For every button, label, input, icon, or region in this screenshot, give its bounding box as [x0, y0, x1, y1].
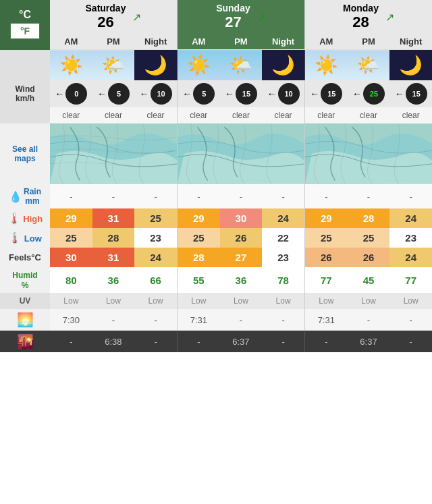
mon-am-wind: ← 15 [304, 80, 347, 107]
mon-pm-cond: clear [348, 107, 390, 123]
mon-am-uv: Low [304, 293, 347, 309]
moon-icon-sun-night: 🌙 [271, 55, 295, 76]
sat-night-uv: Low [134, 293, 177, 309]
mon-pm-label: PM [348, 34, 390, 50]
icon-label-cell [0, 50, 50, 81]
mon-am-feels: 26 [304, 248, 347, 267]
sat-am-sunset: - [50, 331, 92, 352]
sun-icon-sun-pm: 🌤️ [229, 55, 252, 76]
map-row: See allmaps [0, 123, 432, 184]
sun-night-cond: clear [262, 107, 304, 123]
mon-map [305, 123, 432, 184]
sat-pm-cond: clear [92, 107, 135, 123]
mon-am-sunrise: 7:31 [304, 309, 347, 331]
sun-pm-rain: - [220, 184, 263, 208]
sunrise-label-cell: 🌅 [0, 309, 50, 331]
uv-label-cell: UV [0, 293, 50, 309]
sun-am-icon: ☀️ [177, 50, 219, 81]
mon-night-feels: 24 [389, 248, 432, 267]
sun-am-uv: Low [177, 293, 219, 309]
mon-map-cell[interactable] [304, 123, 432, 184]
sat-pm-sunset: 6:38 [92, 331, 135, 352]
sun-am-low: 25 [177, 228, 219, 248]
mon-am-wind-val: 15 [327, 90, 335, 98]
icon-row: ☀️ 🌤️ 🌙 ☀️ 🌤️ 🌙 ☀️ 🌤️ 🌙 [0, 50, 432, 81]
monday-header: Monday 28 ↗ [304, 0, 432, 34]
sat-am-feels: 30 [50, 248, 92, 267]
sun-pm-wind: ← 15 [220, 80, 263, 107]
see-all-maps-label[interactable]: See allmaps [12, 144, 38, 163]
unit-celsius-header: °C °F [0, 0, 50, 50]
moon-icon-mon-night: 🌙 [399, 55, 423, 76]
humid-label: Humid% [12, 271, 37, 290]
sat-night-wind: ← 10 [134, 80, 177, 107]
condition-label-cell [0, 107, 50, 123]
mon-am-rain: - [304, 184, 347, 208]
mon-night-icon: 🌙 [389, 50, 432, 81]
saturday-num: 26 [86, 13, 126, 31]
mon-pm-wind: ← 25 [348, 80, 390, 107]
mon-night-label: Night [389, 34, 432, 50]
humid-row: Humid% 80 36 66 55 36 78 77 45 77 [0, 267, 432, 293]
sun-pm-uv: Low [220, 293, 263, 309]
sun-icon-sat-pm: 🌤️ [101, 55, 125, 76]
map-label-cell[interactable]: See allmaps [0, 123, 50, 184]
feels-label-cell: Feels°C [0, 248, 50, 267]
mon-night-high: 24 [389, 208, 432, 228]
sunday-expand-icon[interactable]: ↗ [257, 11, 266, 24]
sat-pm-rain: - [92, 184, 135, 208]
mon-pm-rain: - [348, 184, 390, 208]
sun-am-label: AM [177, 34, 219, 50]
fahrenheit-button[interactable]: °F [10, 23, 40, 39]
sun-icon-mon-pm: 🌤️ [356, 55, 380, 76]
sun-am-cond: clear [177, 107, 219, 123]
saturday-expand-icon[interactable]: ↗ [132, 11, 141, 24]
mon-pm-humid: 45 [348, 267, 390, 293]
sat-night-wind-val: 10 [157, 90, 165, 98]
sun-am-humid: 55 [177, 267, 219, 293]
mon-night-uv: Low [389, 293, 432, 309]
sun-night-rain: - [262, 184, 304, 208]
mon-pm-uv: Low [348, 293, 390, 309]
sun-icon-sat-am: ☀️ [59, 55, 83, 76]
mon-night-cond: clear [389, 107, 432, 123]
sun-night-label: Night [262, 34, 304, 50]
sun-am-rain: - [177, 184, 219, 208]
sat-am-low: 25 [50, 228, 92, 248]
sat-night-icon: 🌙 [134, 50, 177, 81]
sat-map-cell[interactable] [50, 123, 177, 184]
sat-pm-uv: Low [92, 293, 135, 309]
mon-night-sunset: - [389, 331, 432, 352]
sat-night-humid: 66 [134, 267, 177, 293]
sunset-label-cell: 🌇 [0, 331, 50, 352]
uv-row: UV Low Low Low Low Low Low Low Low Low [0, 293, 432, 309]
sun-map-cell[interactable] [177, 123, 304, 184]
sun-am-wind: ← 5 [177, 80, 219, 107]
sun-icon-sun-am: ☀️ [187, 55, 211, 76]
mon-am-icon: ☀️ [304, 50, 347, 81]
sat-am-wind: ← 0 [50, 80, 92, 107]
sun-night-wind: ← 10 [262, 80, 304, 107]
sun-pm-high: 30 [220, 208, 263, 228]
mon-am-cond: clear [304, 107, 347, 123]
mon-am-low: 25 [304, 228, 347, 248]
sat-night-label: Night [134, 34, 177, 50]
sat-am-cond: clear [50, 107, 92, 123]
mon-am-sunset: - [304, 331, 347, 352]
sun-am-feels: 28 [177, 248, 219, 267]
sun-night-feels: 23 [262, 248, 304, 267]
sat-am-uv: Low [50, 293, 92, 309]
mon-pm-sunrise: - [348, 309, 390, 331]
moon-icon-sat-night: 🌙 [144, 55, 167, 76]
wind-label-cell: Wind km/h [0, 80, 50, 107]
sun-pm-label: PM [220, 34, 263, 50]
humid-label-cell: Humid% [0, 267, 50, 293]
sat-am-sunrise: 7:30 [50, 309, 92, 331]
mon-night-sunrise: - [389, 309, 432, 331]
monday-expand-icon[interactable]: ↗ [385, 11, 394, 24]
low-label: Low [24, 233, 42, 244]
celsius-label: °C [19, 9, 31, 20]
saturday-header: Saturday 26 ↗ [50, 0, 177, 34]
sun-map [178, 123, 304, 184]
sun-am-wind-val: 5 [202, 90, 206, 98]
